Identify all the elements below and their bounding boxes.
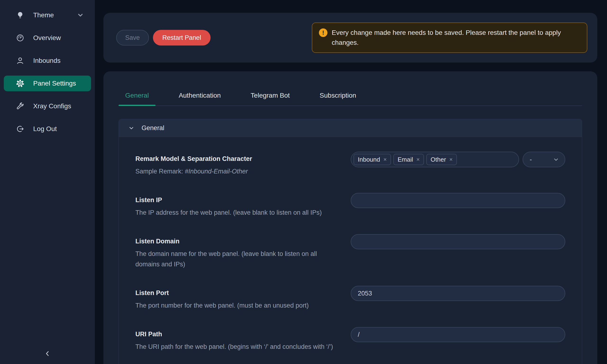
field-description: The URI path for the web panel. (begins …: [135, 341, 336, 352]
form-row-remark-model: Remark Model & Separation Character Samp…: [135, 152, 565, 177]
listen-ip-input[interactable]: [351, 193, 565, 208]
sample-remark-value: #Inbound-Email-Other: [185, 168, 248, 175]
warning-icon: !: [319, 28, 328, 37]
remark-model-tags-input[interactable]: Inbound × Email × Other ×: [351, 152, 519, 167]
bulb-icon: [16, 11, 25, 20]
chevron-down-icon: [553, 156, 559, 163]
tag-label: Other: [431, 156, 446, 163]
tag-other: Other ×: [426, 154, 457, 165]
user-icon: [16, 56, 25, 65]
select-value: -: [530, 156, 532, 163]
tab-subscription[interactable]: Subscription: [313, 87, 363, 105]
sidebar-item-label: Xray Configs: [33, 102, 71, 110]
settings-card: General Authentication Telegram Bot Subs…: [103, 71, 597, 364]
chevron-left-icon: [43, 350, 52, 358]
actions-card: Save Restart Panel ! Every change made h…: [103, 13, 597, 63]
sidebar-item-panel-settings[interactable]: Panel Settings: [4, 76, 91, 91]
field-label: Listen Port: [135, 288, 336, 298]
listen-port-input[interactable]: [351, 286, 565, 301]
logout-icon: [16, 124, 25, 133]
field-label: Remark Model & Separation Character: [135, 154, 336, 164]
field-description: The IP address for the web panel. (leave…: [135, 207, 336, 218]
chevron-down-icon: [128, 125, 134, 131]
uri-path-input[interactable]: [351, 327, 565, 342]
sidebar-collapse-button[interactable]: [42, 348, 53, 359]
close-icon[interactable]: ×: [449, 157, 453, 162]
tag-label: Inbound: [358, 156, 380, 163]
general-collapse-panel: General Remark Model & Separation Charac…: [119, 119, 582, 364]
restart-panel-button[interactable]: Restart Panel: [153, 30, 211, 46]
save-button[interactable]: Save: [116, 30, 149, 46]
sidebar: Theme Overview Inbounds: [0, 0, 95, 364]
form-row-listen-ip: Listen IP The IP address for the web pan…: [135, 193, 565, 218]
field-label: Listen Domain: [135, 236, 336, 246]
form-row-listen-port: Listen Port The port number for the web …: [135, 286, 565, 311]
close-icon[interactable]: ×: [416, 157, 420, 162]
field-description: The port number for the web panel. (must…: [135, 300, 336, 311]
sidebar-item-xray-configs[interactable]: Xray Configs: [4, 98, 91, 114]
sidebar-item-label: Log Out: [33, 125, 57, 133]
sidebar-item-overview[interactable]: Overview: [4, 30, 91, 46]
sidebar-item-label: Inbounds: [33, 57, 60, 65]
section-title: General: [142, 124, 164, 132]
field-description: Sample Remark: #Inbound-Email-Other: [135, 166, 336, 177]
alert-message: Every change made here needs to be saved…: [332, 28, 580, 48]
main-content: Save Restart Panel ! Every change made h…: [95, 0, 607, 364]
theme-dropdown[interactable]: Theme: [4, 7, 91, 23]
sample-remark-prefix: Sample Remark:: [135, 168, 185, 175]
sidebar-item-label: Panel Settings: [33, 80, 76, 87]
dashboard-icon: [16, 33, 25, 42]
tab-authentication[interactable]: Authentication: [172, 87, 227, 105]
field-label: Listen IP: [135, 195, 336, 205]
sidebar-item-log-out[interactable]: Log Out: [4, 121, 91, 137]
general-form: Remark Model & Separation Character Samp…: [119, 137, 582, 364]
form-row-uri-path: URI Path The URI path for the web panel.…: [135, 327, 565, 352]
separation-character-select[interactable]: -: [523, 152, 565, 167]
chevron-down-icon: [77, 12, 84, 19]
tab-telegram-bot[interactable]: Telegram Bot: [244, 87, 296, 105]
field-description: The domain name for the web panel. (leav…: [135, 248, 336, 270]
tag-email: Email ×: [393, 154, 424, 165]
wrench-icon: [16, 102, 25, 111]
tag-inbound: Inbound ×: [354, 154, 391, 165]
listen-domain-input[interactable]: [351, 234, 565, 249]
form-row-listen-domain: Listen Domain The domain name for the we…: [135, 234, 565, 270]
gear-icon: [16, 79, 25, 88]
theme-label: Theme: [33, 11, 54, 19]
tab-general[interactable]: General: [119, 87, 156, 105]
close-icon[interactable]: ×: [383, 157, 387, 162]
settings-tabs: General Authentication Telegram Bot Subs…: [119, 71, 582, 106]
restart-warning-alert: ! Every change made here needs to be sav…: [312, 23, 587, 53]
field-label: URI Path: [135, 329, 336, 339]
sidebar-item-label: Overview: [33, 34, 61, 42]
tag-label: Email: [398, 156, 413, 163]
general-collapse-header[interactable]: General: [119, 119, 582, 137]
sidebar-item-inbounds[interactable]: Inbounds: [4, 53, 91, 68]
